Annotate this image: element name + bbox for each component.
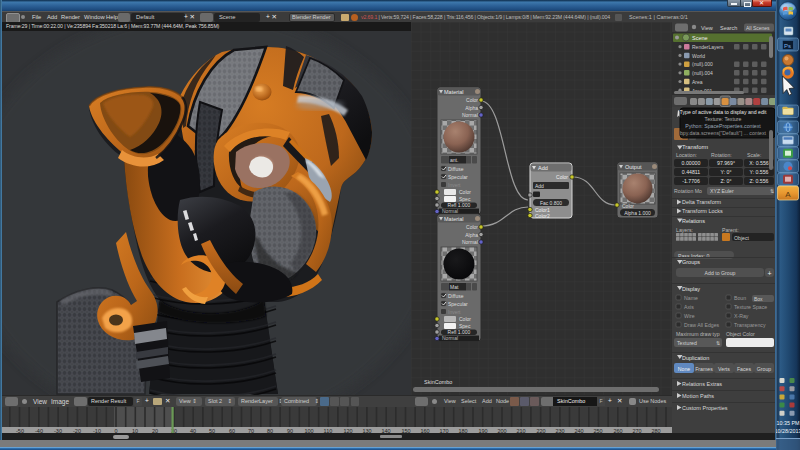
svg-text:+: + bbox=[767, 270, 771, 277]
svg-text:Material: Material bbox=[444, 216, 464, 222]
svg-text:ant.: ant. bbox=[450, 157, 458, 163]
svg-text:Color: Color bbox=[466, 224, 478, 230]
svg-text:Y: 0°: Y: 0° bbox=[720, 169, 731, 175]
svg-text:Frames: Frames bbox=[695, 366, 713, 372]
svg-text:Axis: Axis bbox=[684, 304, 694, 310]
svg-text:Location:: Location: bbox=[676, 152, 697, 158]
svg-text:Ps: Ps bbox=[784, 43, 791, 49]
svg-text:Area: Area bbox=[692, 79, 703, 85]
svg-text:0.44811: 0.44811 bbox=[682, 169, 700, 175]
svg-text:⇅: ⇅ bbox=[716, 340, 720, 346]
svg-text:Draw All Edges: Draw All Edges bbox=[684, 322, 720, 328]
svg-text:RenderLayers: RenderLayers bbox=[692, 44, 724, 50]
svg-text:Display: Display bbox=[682, 286, 700, 292]
svg-text:(null).004: (null).004 bbox=[692, 70, 713, 76]
svg-text:⇅: ⇅ bbox=[770, 188, 774, 194]
svg-text:Color: Color bbox=[459, 316, 471, 322]
svg-text:Output: Output bbox=[625, 164, 642, 170]
svg-text:Texture Space: Texture Space bbox=[734, 304, 767, 310]
svg-text:Motion Paths: Motion Paths bbox=[682, 393, 714, 399]
svg-text:Search: Search bbox=[720, 25, 737, 31]
svg-text:Color: Color bbox=[622, 203, 634, 209]
svg-text:10/28/2013: 10/28/2013 bbox=[776, 428, 800, 434]
svg-text:Name: Name bbox=[684, 295, 698, 301]
svg-text:Object Color: Object Color bbox=[726, 331, 755, 337]
svg-text:Add to Group: Add to Group bbox=[705, 270, 736, 276]
svg-text:Diffuse: Diffuse bbox=[448, 293, 464, 299]
svg-text:Delta Transform: Delta Transform bbox=[682, 199, 722, 205]
svg-text:Z: 0.556: Z: 0.556 bbox=[749, 178, 768, 184]
svg-text:Scene: Scene bbox=[692, 35, 708, 41]
svg-text:Color: Color bbox=[466, 97, 478, 103]
svg-text:A: A bbox=[785, 190, 791, 199]
svg-text:Alpha: Alpha bbox=[465, 232, 478, 238]
svg-text:Scale:: Scale: bbox=[747, 152, 761, 158]
svg-text:Type of active data to display: Type of active data to display and edit bbox=[680, 109, 767, 115]
svg-text:Invert: Invert bbox=[448, 182, 461, 188]
svg-text:Object: Object bbox=[734, 235, 750, 241]
svg-text:All Scenes: All Scenes bbox=[746, 25, 770, 31]
svg-text:Color: Color bbox=[459, 189, 471, 195]
svg-text:Specular: Specular bbox=[448, 174, 468, 180]
svg-text:None: None bbox=[678, 366, 691, 372]
svg-text:Duplication: Duplication bbox=[682, 355, 709, 361]
svg-text:Verts: Verts bbox=[718, 366, 730, 372]
svg-text:Alpha 1.000: Alpha 1.000 bbox=[624, 210, 651, 216]
svg-text:-1.7706: -1.7706 bbox=[682, 178, 700, 184]
svg-text:Boun: Boun bbox=[734, 295, 746, 301]
svg-text:10:35 PM: 10:35 PM bbox=[776, 420, 800, 426]
svg-text:Transform Locks: Transform Locks bbox=[682, 208, 723, 214]
svg-text:Diffuse: Diffuse bbox=[448, 166, 464, 172]
svg-text:Python: SpaceProperties.contex: Python: SpaceProperties.context bbox=[685, 123, 761, 129]
svg-text:XYZ Euler: XYZ Euler bbox=[710, 188, 734, 194]
svg-text:Alpha: Alpha bbox=[465, 105, 478, 111]
svg-text:Y: 0.556: Y: 0.556 bbox=[749, 169, 768, 175]
svg-text:Relations: Relations bbox=[682, 218, 705, 224]
svg-text:Faces: Faces bbox=[737, 366, 752, 372]
svg-text:Layers:: Layers: bbox=[676, 227, 693, 233]
svg-text:97.969°: 97.969° bbox=[717, 160, 735, 166]
svg-text:Color2: Color2 bbox=[535, 213, 550, 219]
svg-text:Relations Extras: Relations Extras bbox=[682, 381, 722, 387]
svg-text:Custom Properties: Custom Properties bbox=[682, 405, 728, 411]
svg-text:X-Ray: X-Ray bbox=[734, 313, 749, 319]
svg-text:View: View bbox=[701, 25, 713, 31]
svg-text:Color: Color bbox=[556, 174, 568, 180]
svg-text:Add: Add bbox=[535, 183, 544, 189]
svg-text:Normal: Normal bbox=[442, 335, 458, 341]
svg-text:Mat: Mat bbox=[450, 284, 459, 290]
svg-text:Z: 0°: Z: 0° bbox=[720, 178, 731, 184]
svg-text:Specular: Specular bbox=[448, 301, 468, 307]
svg-text:Rotation:: Rotation: bbox=[711, 152, 732, 158]
svg-text:Transform: Transform bbox=[682, 144, 708, 150]
svg-text:X: 0.556: X: 0.556 bbox=[749, 160, 768, 166]
svg-text:Material: Material bbox=[444, 89, 464, 95]
svg-text:Invert: Invert bbox=[448, 309, 461, 315]
svg-text:Normal: Normal bbox=[462, 112, 478, 118]
svg-text:Group: Group bbox=[757, 366, 772, 372]
svg-text:(null).000: (null).000 bbox=[692, 61, 713, 67]
svg-text:Maximum draw typ: Maximum draw typ bbox=[676, 331, 720, 337]
svg-text:Transparency: Transparency bbox=[734, 322, 766, 328]
svg-text:Rotation Mo: Rotation Mo bbox=[674, 188, 702, 194]
svg-text:Parent:: Parent: bbox=[722, 227, 739, 233]
svg-text:Fac 0.800: Fac 0.800 bbox=[540, 200, 562, 206]
svg-text:Normal: Normal bbox=[462, 239, 478, 245]
svg-text:bpy.data.screens["Default"] ..: bpy.data.screens["Default"] ... context bbox=[680, 130, 767, 136]
svg-text:Box: Box bbox=[754, 296, 763, 302]
svg-text:Groups: Groups bbox=[682, 259, 700, 265]
svg-text:Normal: Normal bbox=[442, 208, 458, 214]
svg-text:Add: Add bbox=[538, 165, 548, 171]
svg-text:Textured: Textured bbox=[677, 340, 697, 346]
svg-text:World: World bbox=[692, 53, 705, 59]
svg-text:0.00000: 0.00000 bbox=[682, 160, 701, 166]
svg-text:Texture: Texture: Texture: Texture bbox=[705, 116, 742, 122]
svg-text:Wire: Wire bbox=[684, 313, 695, 319]
